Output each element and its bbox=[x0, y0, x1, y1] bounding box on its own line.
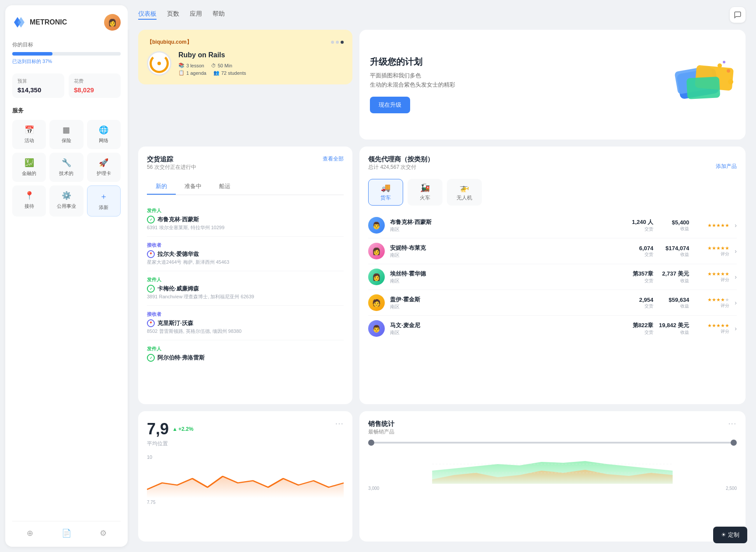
dealer-avatar-3: 🧑 bbox=[368, 294, 385, 311]
user-avatar[interactable]: 👩 bbox=[104, 14, 121, 31]
clock-icon: ⏱ bbox=[211, 63, 216, 68]
lessons-item: 📚 3 lesson bbox=[178, 63, 204, 68]
budget-card: 预算 $14,350 bbox=[12, 73, 64, 98]
service-activity[interactable]: 📅 活动 bbox=[12, 120, 46, 149]
service-tech[interactable]: 🔧 技术的 bbox=[49, 153, 83, 182]
cat-tab-truck[interactable]: 🚚 货车 bbox=[368, 179, 403, 206]
upgrade-button[interactable]: 现在升级 bbox=[370, 97, 410, 113]
dealer-arrow-4[interactable]: › bbox=[735, 325, 737, 332]
service-activity-label: 活动 bbox=[24, 137, 34, 144]
network-icon: 🌐 bbox=[99, 125, 108, 135]
shipment-subtitle: 56 次交付正在进行中 bbox=[147, 164, 196, 171]
sender-icon-0: ✓ bbox=[147, 216, 155, 224]
avg-more-btn[interactable]: ··· bbox=[335, 420, 344, 428]
shipment-item-0: 发件人 ✓ 布鲁克林·西蒙斯 6391 埃尔全塞莱斯, 特拉华州 10299 bbox=[147, 202, 344, 237]
dealer-arrow-1[interactable]: › bbox=[735, 248, 737, 255]
add-service-btn[interactable]: ＋ 添新 bbox=[87, 185, 121, 217]
svg-marker-10 bbox=[147, 476, 344, 498]
insurance-icon: ▦ bbox=[63, 125, 70, 135]
dealer-arrow-0[interactable]: › bbox=[735, 222, 737, 229]
dealer-money-4: 19,842 美元 收益 bbox=[658, 321, 689, 335]
service-tech-label: 技术的 bbox=[59, 170, 73, 177]
sidebar-logo: METRONIC 👩 bbox=[12, 14, 121, 31]
avg-label: 平均位置 bbox=[147, 440, 193, 447]
tab-new[interactable]: 新的 bbox=[147, 179, 176, 195]
slider-thumb-left[interactable] bbox=[368, 440, 374, 446]
service-network[interactable]: 🌐 网络 bbox=[87, 120, 121, 149]
add-service-label: 添新 bbox=[99, 204, 108, 211]
sender-icon-2: ✓ bbox=[147, 285, 155, 293]
service-reception[interactable]: 📍 接待 bbox=[12, 185, 46, 217]
svg-marker-1 bbox=[17, 17, 24, 28]
file-icon[interactable]: 📄 bbox=[62, 528, 71, 538]
services-label: 服务 bbox=[12, 107, 121, 115]
course-url-bar: 【biqubiqu.com】 bbox=[147, 38, 344, 46]
svg-point-6 bbox=[718, 63, 722, 68]
cat-tab-train[interactable]: 🚂 火车 bbox=[408, 179, 442, 206]
tab-shipping[interactable]: 船运 bbox=[210, 179, 239, 195]
expense-card: 花费 $8,029 bbox=[69, 73, 121, 98]
dealer-stat-0: 1,240 人 交货 bbox=[627, 218, 653, 232]
tab-preparing[interactable]: 准备中 bbox=[176, 179, 210, 195]
reception-icon: 📍 bbox=[24, 191, 34, 200]
settings-icon[interactable]: ⚙ bbox=[100, 528, 107, 538]
dealer-stat-3: 2,954 交货 bbox=[627, 297, 653, 309]
dealer-info-4: 马文·麦金尼 南区 bbox=[390, 321, 622, 336]
category-tabs: 🚚 货车 🚂 火车 🚁 无人机 bbox=[368, 179, 737, 206]
course-info: Ruby on Rails 📚 3 lesson ⏱ 50 Min bbox=[178, 51, 246, 76]
nav-help[interactable]: 帮助 bbox=[213, 10, 225, 20]
layers-icon[interactable]: ⊕ bbox=[27, 528, 33, 538]
service-insurance[interactable]: ▦ 保险 bbox=[49, 120, 83, 149]
sidebar-bottom: ⊕ 📄 ⚙ bbox=[12, 521, 121, 538]
avg-content: 7,9 ▲ +2.2% 平均位置 bbox=[147, 420, 193, 454]
dealer-avatar-4: 👨 bbox=[368, 320, 385, 337]
dealer-trans-0: 1,240 人 bbox=[627, 218, 653, 226]
service-nursing[interactable]: 🚀 护理卡 bbox=[87, 153, 121, 182]
view-all-link[interactable]: 查看全部 bbox=[323, 155, 344, 163]
dealer-money-2: 2,737 美元 收益 bbox=[658, 270, 689, 284]
service-public[interactable]: ⚙️ 公用事业 bbox=[49, 185, 83, 217]
course-dots bbox=[331, 41, 344, 44]
customize-button[interactable]: ☀ 定制 bbox=[713, 527, 747, 543]
slider-track bbox=[368, 442, 737, 444]
slider-fill bbox=[368, 442, 737, 444]
service-finance[interactable]: 💹 金融的 bbox=[12, 153, 46, 182]
shipment-addr-2: 3891 Ranchview 理查森博士, 加利福尼亚州 62639 bbox=[147, 293, 344, 300]
brand-name: METRONIC bbox=[30, 18, 67, 26]
upgrade-title: 升级您的计划 bbox=[370, 56, 455, 68]
dealer-name-0: 布鲁克林·西蒙斯 bbox=[390, 218, 622, 226]
course-logo-dot bbox=[157, 62, 161, 65]
shipment-name-2: ✓ 卡梅伦·威廉姆森 bbox=[147, 285, 344, 293]
service-finance-label: 金融的 bbox=[22, 170, 36, 177]
sales-title: 销售统计 bbox=[368, 420, 394, 428]
chat-icon bbox=[734, 11, 742, 19]
students-item: 👥 72 students bbox=[213, 70, 246, 76]
duration-value: 50 Min bbox=[218, 63, 232, 68]
nav-apps[interactable]: 应用 bbox=[190, 10, 202, 20]
add-icon: ＋ bbox=[100, 191, 108, 202]
dealer-info-3: 盖伊·霍金斯 南区 bbox=[390, 296, 622, 310]
add-product-btn[interactable]: 添加产品 bbox=[716, 163, 737, 170]
sales-card: 销售统计 最畅销产品 ··· bbox=[359, 411, 746, 542]
svg-point-7 bbox=[727, 69, 730, 73]
budget-title: 预算 bbox=[17, 78, 59, 84]
nav-pages[interactable]: 页数 bbox=[167, 10, 179, 20]
cat-tab-drone[interactable]: 🚁 无人机 bbox=[447, 179, 482, 206]
dealers-card: 领先代理商（按类别） 总计 424,567 次交付 添加产品 🚚 货车 🚂 火车… bbox=[359, 147, 746, 404]
avg-number: 7,9 ▲ +2.2% bbox=[147, 420, 193, 438]
chat-icon-btn[interactable] bbox=[730, 7, 746, 23]
course-meta-row2: 📋 1 agenda 👥 72 students bbox=[178, 70, 246, 76]
shipment-addr-1: 星家大道2464号 梅萨, 新泽西州 45463 bbox=[147, 259, 344, 266]
slider-thumb-right[interactable] bbox=[731, 440, 737, 446]
shipment-type-4: 发件人 bbox=[147, 346, 344, 352]
dealer-arrow-3[interactable]: › bbox=[735, 299, 737, 306]
dealer-name-3: 盖伊·霍金斯 bbox=[390, 296, 622, 304]
dealer-arrow-2[interactable]: › bbox=[735, 273, 737, 280]
nav-dashboard[interactable]: 仪表板 bbox=[138, 10, 157, 20]
dealer-stat-2: 第357章 交货 bbox=[627, 270, 653, 284]
sales-more-btn[interactable]: ··· bbox=[728, 420, 737, 428]
dealer-region-4: 南区 bbox=[390, 329, 622, 336]
progress-bar-fill bbox=[12, 52, 52, 56]
dealer-stat-1: 6,074 交货 bbox=[627, 245, 653, 258]
shipment-type-0: 发件人 bbox=[147, 207, 344, 214]
